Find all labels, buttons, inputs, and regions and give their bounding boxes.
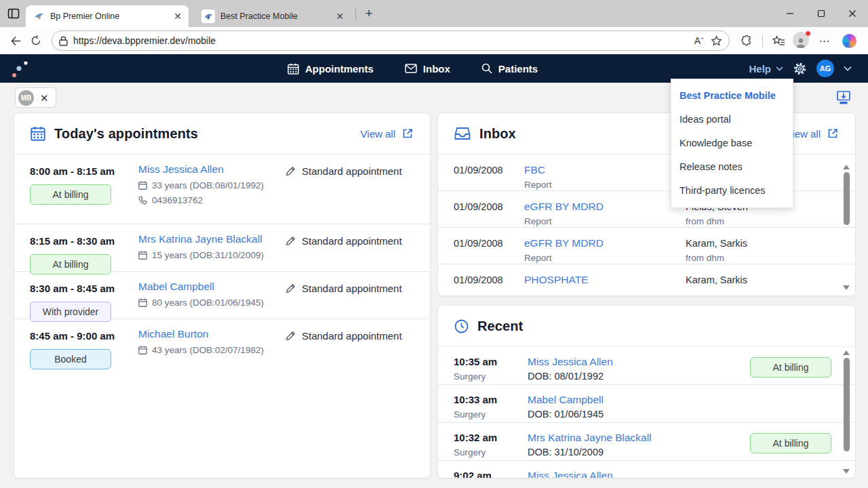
status-badge: Booked <box>30 349 111 369</box>
tab-close-icon[interactable]: ✕ <box>174 12 182 21</box>
recent-dob: DOB: 01/06/1945 <box>528 409 750 420</box>
menu-item-third-party-licences[interactable]: Third-party licences <box>671 179 793 203</box>
scroll-thumb[interactable] <box>844 358 850 451</box>
nav-item-appointments[interactable]: Appointments <box>288 63 374 75</box>
new-tab-button[interactable]: + <box>361 6 376 21</box>
browser-profile-avatar[interactable] <box>793 32 810 49</box>
address-bar[interactable]: https://deva.bppremier.dev/mobile A⌁ <box>52 30 730 51</box>
patient-name-link[interactable]: Mrs Katrina Jayne Blackall <box>528 432 652 444</box>
phone-icon <box>138 196 147 205</box>
browser-tab-bp-premier[interactable]: Bp Premier Online ✕ <box>26 5 189 27</box>
chevron-down-icon[interactable] <box>844 66 852 71</box>
scroll-down-icon[interactable] <box>843 285 850 290</box>
help-menu-button[interactable]: Help <box>749 63 783 75</box>
age-dob-text: 80 years (DOB:01/06/1945) <box>152 298 264 308</box>
favorite-star-icon[interactable] <box>711 35 722 47</box>
menu-item-ideas-portal[interactable]: Ideas portal <box>671 108 793 131</box>
bird-favicon-icon <box>34 11 45 22</box>
lock-icon[interactable] <box>59 36 68 46</box>
nav-label: Appointments <box>305 63 374 75</box>
age-dob-text: 33 years (DOB:08/01/1992) <box>152 180 264 190</box>
inbox-scrollbar[interactable] <box>842 165 850 290</box>
inbox-row[interactable]: 01/09/2008 eGFR BY MDRD Report Karam, Sa… <box>438 228 855 264</box>
inbox-kind: Report <box>524 216 686 226</box>
inbox-sender-sub: from dhm <box>686 216 824 226</box>
inbox-date: 01/09/2008 <box>454 164 524 190</box>
inbox-kind: Report <box>524 180 686 190</box>
appointment-type-label: Standard appointment <box>302 330 402 342</box>
scroll-up-icon[interactable] <box>843 165 850 169</box>
read-aloud-icon[interactable]: A⌁ <box>694 35 704 46</box>
browser-titlebar: Bp Premier Online ✕ Best Practice Mobile… <box>0 0 868 27</box>
recent-row[interactable]: 10:33 am Surgery Mabel Campbell DOB: 01/… <box>438 385 855 423</box>
close-window-button[interactable] <box>837 0 868 27</box>
refresh-icon[interactable] <box>26 30 46 51</box>
appointment-type-label: Standard appointment <box>302 165 402 177</box>
patient-name-link[interactable]: Mabel Campbell <box>138 281 214 293</box>
recent-row[interactable]: 10:35 am Surgery Miss Jessica Allen DOB:… <box>438 347 855 385</box>
recent-dob: DOB: 31/10/2009 <box>528 447 750 458</box>
browser-settings-icon[interactable]: ⋯ <box>814 30 835 51</box>
patient-name-link[interactable]: Mrs Katrina Jayne Blackall <box>138 233 262 245</box>
appointment-row[interactable]: 8:30 am - 8:45 am With provider Mabel Ca… <box>14 272 430 319</box>
inbox-row[interactable]: 01/09/2008 PHOSPHATE Karam, Sarkis <box>438 264 855 296</box>
patient-name-link[interactable]: Miss Jessica Allen <box>138 163 224 176</box>
pencil-icon <box>285 236 296 246</box>
patient-name-link[interactable]: Miss Jessica Allen <box>528 356 613 368</box>
copilot-icon[interactable] <box>839 30 859 51</box>
recent-scrollbar[interactable] <box>842 350 850 474</box>
inbox-subject-link[interactable]: eGFR BY MDRD <box>524 237 604 249</box>
status-badge: At billing <box>30 184 111 205</box>
menu-item-release-notes[interactable]: Release notes <box>671 155 793 179</box>
view-all-link[interactable]: View all <box>786 127 839 140</box>
nav-label: Inbox <box>423 63 450 75</box>
extensions-icon[interactable] <box>736 30 757 51</box>
appointment-time: 8:45 am - 9:00 am <box>30 328 138 342</box>
recent-row[interactable]: 10:32 am Surgery Mrs Katrina Jayne Black… <box>438 423 855 461</box>
patient-name-link[interactable]: Mabel Campbell <box>528 394 604 406</box>
menu-item-best-practice-mobile[interactable]: Best Practice Mobile <box>671 84 793 108</box>
help-dropdown-menu: Best Practice Mobile Ideas portal Knowle… <box>671 79 793 208</box>
tab-title: Best Practice Mobile <box>220 12 330 21</box>
inbox-subject-link[interactable]: PHOSPHATE <box>524 274 588 286</box>
browser-tab-best-practice-mobile[interactable]: Best Practice Mobile ✕ <box>193 5 351 27</box>
patient-chip-mb[interactable]: MB ✕ <box>15 87 56 108</box>
maximize-button[interactable] <box>806 0 837 27</box>
menu-item-knowledge-base[interactable]: Knowledge base <box>671 131 793 155</box>
tab-close-icon[interactable]: ✕ <box>336 12 344 21</box>
inbox-sender: Karam, Sarkis <box>686 238 747 249</box>
browser-toolbar: https://deva.bppremier.dev/mobile A⌁ ⋯ <box>0 27 868 54</box>
pencil-icon <box>285 331 296 341</box>
back-icon[interactable] <box>5 30 26 51</box>
close-icon[interactable]: ✕ <box>40 93 49 103</box>
patient-age-dob: 33 years (DOB:08/01/1992) <box>138 180 285 190</box>
url-text[interactable]: https://deva.bppremier.dev/mobile <box>73 35 694 46</box>
patient-name-link[interactable]: Michael Burton <box>138 328 208 340</box>
patient-chip-avatar: MB <box>18 90 34 106</box>
appointment-row[interactable]: 8:00 am - 8:15 am At billing Miss Jessic… <box>14 155 430 224</box>
nav-label: Patients <box>498 63 538 75</box>
install-app-icon[interactable] <box>836 90 851 105</box>
view-all-link[interactable]: View all <box>361 127 414 140</box>
inbox-subject-link[interactable]: FBC <box>524 164 545 176</box>
appointment-type-label: Standard appointment <box>302 283 402 294</box>
favorites-bar-icon[interactable] <box>768 30 789 51</box>
recent-location: Surgery <box>454 447 528 458</box>
patient-name-link[interactable]: Miss Jessica Allen <box>528 470 613 479</box>
tab-layout-icon[interactable] <box>6 6 21 21</box>
status-badge: At billing <box>30 254 111 274</box>
scroll-up-icon[interactable] <box>843 350 850 355</box>
nav-item-patients[interactable]: Patients <box>481 63 538 75</box>
gear-icon[interactable] <box>793 62 807 76</box>
appointment-row[interactable]: 8:45 am - 9:00 am Booked Michael Burton … <box>14 319 430 367</box>
scroll-thumb[interactable] <box>844 172 850 225</box>
scroll-down-icon[interactable] <box>843 469 850 474</box>
nav-item-inbox[interactable]: Inbox <box>405 63 450 75</box>
user-avatar[interactable]: AG <box>816 60 834 77</box>
inbox-subject-link[interactable]: eGFR BY MDRD <box>524 201 604 213</box>
inbox-date: 01/09/2008 <box>454 274 524 291</box>
minimize-button[interactable] <box>774 0 806 27</box>
todays-appointments-panel: Today's appointments View all 8:00 am - … <box>14 113 431 479</box>
appointment-row[interactable]: 8:15 am - 8:30 am At billing Mrs Katrina… <box>14 224 430 272</box>
recent-row[interactable]: 9:02 am Miss Jessica Allen <box>438 461 855 479</box>
